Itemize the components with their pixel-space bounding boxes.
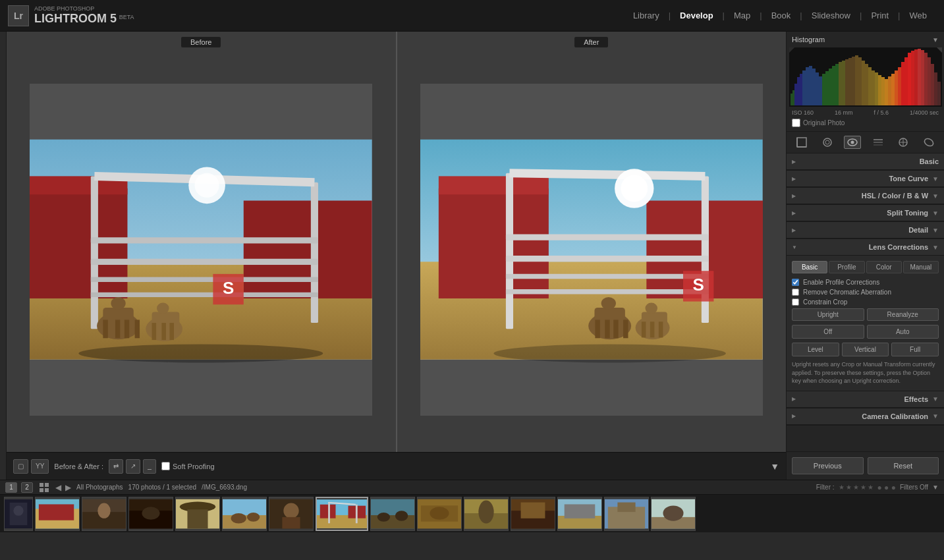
- basic-header[interactable]: ▶ Basic: [787, 154, 944, 170]
- lens-tab-profile[interactable]: Profile: [829, 261, 864, 273]
- camera-calibration-header[interactable]: ▶ Camera Calibration ▼: [787, 408, 944, 425]
- star-5[interactable]: ★: [868, 484, 874, 491]
- reanalyze-btn[interactable]: Reanalyze: [867, 308, 939, 321]
- nav-web[interactable]: Web: [901, 0, 937, 32]
- page-1[interactable]: 1: [5, 482, 17, 493]
- nav-library[interactable]: Library: [624, 0, 669, 32]
- red-eye-icon[interactable]: [844, 136, 861, 149]
- focal-info: 16 mm: [835, 109, 853, 116]
- star-3[interactable]: ★: [853, 484, 859, 491]
- thumb-6[interactable]: [222, 497, 267, 531]
- thumb-13[interactable]: [557, 497, 602, 531]
- auto-btn[interactable]: Auto: [867, 325, 939, 339]
- left-panel: [0, 32, 7, 480]
- nav-develop[interactable]: Develop: [671, 0, 723, 32]
- page-2[interactable]: 2: [21, 482, 33, 493]
- lens-tab-manual[interactable]: Manual: [903, 261, 939, 273]
- adjustment-brush-icon[interactable]: [895, 136, 912, 149]
- previous-btn[interactable]: Previous: [792, 457, 864, 474]
- graduated-filter-icon[interactable]: [870, 136, 887, 149]
- thumb-2[interactable]: [35, 497, 80, 531]
- level-btn[interactable]: Level: [792, 343, 839, 356]
- crop-tool-icon[interactable]: [793, 136, 810, 149]
- star-2[interactable]: ★: [846, 484, 852, 491]
- vertical-btn[interactable]: Vertical: [842, 343, 889, 356]
- lens-corrections-toggle[interactable]: ▼: [932, 244, 939, 251]
- thumb-11[interactable]: [464, 497, 509, 531]
- thumb-8-selected[interactable]: [316, 497, 368, 531]
- svg-rect-62: [792, 90, 794, 105]
- nav-book[interactable]: Book: [762, 0, 800, 32]
- radial-filter-icon[interactable]: [920, 136, 937, 149]
- tone-curve-header[interactable]: ▶ Tone Curve ▼: [787, 171, 944, 187]
- copy-btn[interactable]: ↗: [126, 459, 140, 474]
- svg-rect-82: [855, 55, 858, 105]
- svg-rect-126: [40, 488, 43, 492]
- thumb-5[interactable]: [175, 497, 220, 531]
- nav-map[interactable]: Map: [725, 0, 760, 32]
- chromatic-aberration-checkbox[interactable]: [792, 289, 799, 296]
- svg-point-13: [195, 173, 219, 198]
- detail-toggle[interactable]: ▼: [932, 227, 939, 234]
- svg-rect-77: [839, 62, 842, 105]
- svg-text:S: S: [692, 275, 704, 294]
- lens-tab-basic[interactable]: Basic: [792, 261, 827, 273]
- lens-corrections-header[interactable]: ▼ Lens Corrections ▼: [787, 239, 944, 256]
- thumb-4[interactable]: [128, 497, 173, 531]
- split-toning-header[interactable]: ▶ Split Toning ▼: [787, 205, 944, 221]
- thumb-15[interactable]: [651, 497, 696, 531]
- prev-arrow[interactable]: ◀: [55, 483, 61, 492]
- grid-btn[interactable]: [40, 483, 49, 492]
- nav-slideshow[interactable]: Slideshow: [802, 0, 860, 32]
- view-compare-btn[interactable]: YY: [31, 459, 49, 474]
- svg-point-159: [377, 513, 390, 522]
- star-4[interactable]: ★: [860, 484, 866, 491]
- filter-expand-btn[interactable]: ▼: [932, 484, 939, 491]
- filters-off-label: Filters Off: [900, 484, 928, 491]
- original-photo-checkbox[interactable]: [792, 119, 800, 127]
- svg-point-53: [645, 303, 657, 314]
- split-btn[interactable]: ⎯: [143, 459, 156, 474]
- thumb-9[interactable]: [370, 497, 415, 531]
- after-pane: After: [397, 32, 787, 452]
- enable-profile-checkbox[interactable]: [792, 279, 799, 286]
- nav-print[interactable]: Print: [862, 0, 898, 32]
- thumb-3[interactable]: [82, 497, 126, 531]
- reset-btn[interactable]: Reset: [868, 457, 939, 474]
- svg-rect-38: [506, 235, 709, 240]
- camera-calibration-toggle[interactable]: ▼: [932, 412, 939, 420]
- swap-btn[interactable]: ⇄: [109, 459, 123, 474]
- thumb-10[interactable]: [417, 497, 462, 531]
- thumb-1[interactable]: [4, 497, 33, 531]
- constrain-crop-checkbox[interactable]: [792, 298, 799, 306]
- view-loupe-btn[interactable]: ▢: [13, 459, 28, 474]
- svg-line-37: [509, 173, 705, 177]
- effects-toggle[interactable]: ▼: [932, 395, 939, 403]
- thumb-14[interactable]: [604, 497, 649, 531]
- lens-tab-color[interactable]: Color: [866, 261, 902, 273]
- off-btn[interactable]: Off: [792, 325, 864, 339]
- split-toning-toggle[interactable]: ▼: [932, 210, 939, 217]
- full-btn[interactable]: Full: [891, 343, 939, 356]
- before-after-group: ⇄ ↗ ⎯: [109, 459, 156, 474]
- effects-header[interactable]: ▶ Effects ▼: [787, 391, 944, 408]
- svg-rect-94: [895, 70, 898, 105]
- soft-proofing-checkbox[interactable]: [161, 462, 170, 470]
- detail-section: ▶ Detail ▼: [787, 222, 944, 239]
- next-arrow[interactable]: ▶: [65, 483, 71, 492]
- nav-links: Library | Develop | Map | Book | Slidesh…: [624, 0, 936, 32]
- svg-rect-19: [125, 320, 129, 339]
- hsl-toggle[interactable]: ▼: [932, 192, 939, 200]
- original-photo-label: Original Photo: [803, 119, 845, 126]
- tone-curve-toggle[interactable]: ▼: [932, 175, 939, 182]
- svg-rect-61: [791, 94, 792, 105]
- thumb-12[interactable]: [511, 497, 555, 531]
- upright-btn[interactable]: Upright: [792, 308, 864, 321]
- histogram-menu-btn[interactable]: ▼: [932, 36, 939, 43]
- detail-header[interactable]: ▶ Detail ▼: [787, 222, 944, 238]
- hsl-header[interactable]: ▶ HSL / Color / B & W ▼: [787, 188, 944, 204]
- star-1[interactable]: ★: [839, 484, 845, 491]
- spot-removal-icon[interactable]: [819, 136, 836, 149]
- thumb-7[interactable]: [269, 497, 314, 531]
- toolbar-collapse-btn[interactable]: ▼: [770, 461, 779, 472]
